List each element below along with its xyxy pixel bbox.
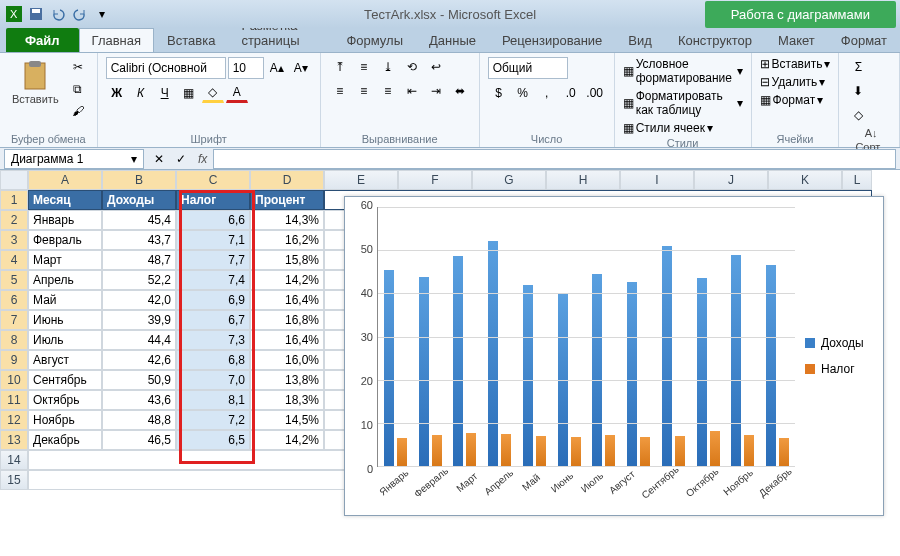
bar-tax[interactable]	[744, 435, 754, 466]
bar-income[interactable]	[662, 246, 672, 466]
bar-income[interactable]	[384, 270, 394, 466]
paste-button[interactable]: Вставить	[8, 57, 63, 107]
autosum-icon[interactable]: Σ	[847, 57, 869, 77]
excel-icon[interactable]: X	[4, 4, 24, 24]
row-header[interactable]: 14	[0, 450, 28, 470]
save-icon[interactable]	[26, 4, 46, 24]
formula-input[interactable]	[213, 149, 896, 169]
tab-data[interactable]: Данные	[416, 28, 489, 52]
bar-income[interactable]	[592, 274, 602, 466]
bold-button[interactable]: Ж	[106, 83, 128, 103]
fx-icon[interactable]: fx	[192, 152, 213, 166]
row-header[interactable]: 11	[0, 390, 28, 410]
qat-dropdown-icon[interactable]: ▾	[92, 4, 112, 24]
bar-income[interactable]	[766, 265, 776, 466]
increase-indent-icon[interactable]: ⇥	[425, 81, 447, 101]
row-header[interactable]: 10	[0, 370, 28, 390]
tab-insert[interactable]: Вставка	[154, 28, 228, 52]
clear-icon[interactable]: ◇	[847, 105, 869, 125]
col-header[interactable]: L	[842, 170, 872, 190]
col-header[interactable]: D	[250, 170, 324, 190]
align-center-icon[interactable]: ≡	[353, 81, 375, 101]
col-header[interactable]: C	[176, 170, 250, 190]
font-size-select[interactable]	[228, 57, 264, 79]
legend-item[interactable]: Доходы	[805, 336, 877, 350]
col-header[interactable]: B	[102, 170, 176, 190]
bar-income[interactable]	[523, 285, 533, 466]
legend-item[interactable]: Налог	[805, 362, 877, 376]
insert-cells-button[interactable]: ⊞ Вставить ▾	[760, 57, 831, 71]
fill-color-icon[interactable]: ◇	[202, 83, 224, 103]
bar-tax[interactable]	[397, 438, 407, 466]
cancel-formula-icon[interactable]: ✕	[148, 149, 170, 169]
chart-plot-area[interactable]: 0102030405060 ЯнварьФевральМартАпрельМай…	[351, 203, 799, 509]
col-header[interactable]: A	[28, 170, 102, 190]
format-painter-icon[interactable]: 🖌	[67, 101, 89, 121]
bar-tax[interactable]	[466, 433, 476, 466]
bar-income[interactable]	[697, 278, 707, 466]
align-right-icon[interactable]: ≡	[377, 81, 399, 101]
format-cells-button[interactable]: ▦ Формат ▾	[760, 93, 824, 107]
row-header[interactable]: 3	[0, 230, 28, 250]
decrease-indent-icon[interactable]: ⇤	[401, 81, 423, 101]
conditional-formatting-button[interactable]: ▦ Условное форматирование ▾	[623, 57, 743, 85]
border-icon[interactable]: ▦	[178, 83, 200, 103]
bar-income[interactable]	[453, 256, 463, 466]
bar-tax[interactable]	[432, 435, 442, 466]
col-header[interactable]: K	[768, 170, 842, 190]
row-header[interactable]: 1	[0, 190, 28, 210]
align-middle-icon[interactable]: ≡	[353, 57, 375, 77]
bar-tax[interactable]	[605, 435, 615, 467]
row-header[interactable]: 8	[0, 330, 28, 350]
wrap-text-icon[interactable]: ↩	[425, 57, 447, 77]
bar-income[interactable]	[419, 277, 429, 466]
row-header[interactable]: 13	[0, 430, 28, 450]
select-all-corner[interactable]	[0, 170, 28, 190]
tab-layout[interactable]: Макет	[765, 28, 828, 52]
tab-design[interactable]: Конструктор	[665, 28, 765, 52]
accept-formula-icon[interactable]: ✓	[170, 149, 192, 169]
decrease-decimal-icon[interactable]: .00	[584, 83, 606, 103]
bar-tax[interactable]	[536, 436, 546, 466]
tab-file[interactable]: Файл	[6, 28, 79, 52]
col-header[interactable]: I	[620, 170, 694, 190]
increase-decimal-icon[interactable]: .0	[560, 83, 582, 103]
bar-tax[interactable]	[710, 431, 720, 466]
orientation-icon[interactable]: ⟲	[401, 57, 423, 77]
bar-tax[interactable]	[501, 434, 511, 466]
tab-formulas[interactable]: Формулы	[333, 28, 416, 52]
bar-tax[interactable]	[571, 437, 581, 466]
delete-cells-button[interactable]: ⊟ Удалить ▾	[760, 75, 826, 89]
tab-view[interactable]: Вид	[615, 28, 665, 52]
decrease-font-icon[interactable]: A▾	[290, 58, 312, 78]
col-header[interactable]: H	[546, 170, 620, 190]
bar-tax[interactable]	[640, 437, 650, 466]
col-header[interactable]: E	[324, 170, 398, 190]
bar-tax[interactable]	[675, 436, 685, 466]
number-format-select[interactable]	[488, 57, 568, 79]
font-name-select[interactable]	[106, 57, 226, 79]
fill-icon[interactable]: ⬇	[847, 81, 869, 101]
tab-home[interactable]: Главная	[79, 28, 154, 52]
row-header[interactable]: 6	[0, 290, 28, 310]
col-header[interactable]: G	[472, 170, 546, 190]
copy-icon[interactable]: ⧉	[67, 79, 89, 99]
bar-income[interactable]	[488, 241, 498, 466]
tab-format[interactable]: Формат	[828, 28, 900, 52]
align-bottom-icon[interactable]: ⤓	[377, 57, 399, 77]
row-header[interactable]: 7	[0, 310, 28, 330]
currency-icon[interactable]: $	[488, 83, 510, 103]
chart-object[interactable]: 0102030405060 ЯнварьФевральМартАпрельМай…	[344, 196, 884, 516]
cell-styles-button[interactable]: ▦ Стили ячеек ▾	[623, 121, 713, 135]
name-box[interactable]: Диаграмма 1▾	[4, 149, 144, 169]
percent-icon[interactable]: %	[512, 83, 534, 103]
row-header[interactable]: 2	[0, 210, 28, 230]
row-header[interactable]: 5	[0, 270, 28, 290]
comma-icon[interactable]: ,	[536, 83, 558, 103]
row-header[interactable]: 4	[0, 250, 28, 270]
align-left-icon[interactable]: ≡	[329, 81, 351, 101]
row-header[interactable]: 12	[0, 410, 28, 430]
bar-income[interactable]	[731, 255, 741, 466]
bar-income[interactable]	[627, 282, 637, 466]
row-header[interactable]: 15	[0, 470, 28, 490]
